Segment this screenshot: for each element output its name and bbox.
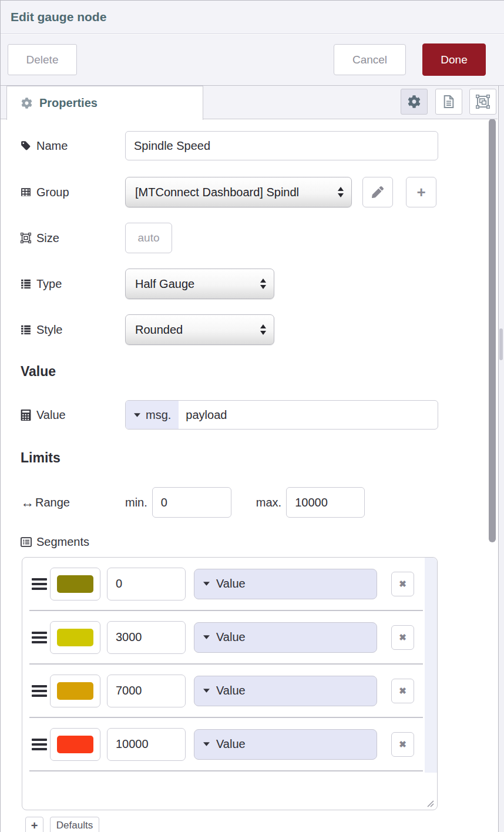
delete-button[interactable]: Delete <box>8 44 77 75</box>
range-label: Range <box>35 496 70 509</box>
segment-color-swatch <box>57 629 93 646</box>
tab-properties-label: Properties <box>39 96 98 110</box>
segment-color-button[interactable] <box>50 675 100 707</box>
x-icon: ✖ <box>399 632 406 643</box>
outer-scrollbar-thumb[interactable] <box>499 328 503 360</box>
segment-type-select[interactable]: Value <box>194 729 377 760</box>
value-property-input[interactable]: payload <box>179 401 438 429</box>
add-group-button[interactable]: + <box>406 177 436 207</box>
segment-row: Value ✖ <box>29 718 423 771</box>
size-row: Size auto <box>21 223 172 253</box>
limits-section-heading: Limits <box>21 450 61 466</box>
name-input[interactable] <box>125 131 438 160</box>
remove-segment-button[interactable]: ✖ <box>391 572 414 596</box>
type-select-value: Half Gauge <box>135 277 260 291</box>
tab-bar: Properties <box>1 86 498 119</box>
segment-color-button[interactable] <box>50 728 100 761</box>
remove-segment-button[interactable]: ✖ <box>391 732 414 757</box>
arrows-horizontal-icon: ↔ <box>21 496 34 509</box>
type-row: Type Half Gauge <box>21 269 274 299</box>
name-row: Name <box>21 131 438 160</box>
segments-list: Value ✖ Value ✖ <box>22 557 438 810</box>
cancel-button[interactable]: Cancel <box>334 44 406 75</box>
max-label: max. <box>256 496 281 509</box>
segment-color-button[interactable] <box>50 621 100 654</box>
x-icon: ✖ <box>399 686 406 696</box>
segments-actions: + Defaults <box>25 817 99 832</box>
table-icon <box>21 187 31 197</box>
resize-handle-icon[interactable] <box>426 800 435 808</box>
segments-label-row: Segments <box>21 533 125 551</box>
done-button[interactable]: Done <box>422 43 486 76</box>
list-icon <box>21 324 31 335</box>
action-bar: Delete Cancel Done <box>1 35 504 86</box>
segment-color-button[interactable] <box>50 568 100 600</box>
segment-row: Value ✖ <box>29 611 423 665</box>
x-icon: ✖ <box>399 579 406 589</box>
tab-properties[interactable]: Properties <box>6 86 203 120</box>
min-label: min. <box>125 496 147 509</box>
gear-icon <box>408 95 421 108</box>
properties-panel: Name Group [MTConnect Dashboard] Spindl … <box>1 120 498 832</box>
style-select[interactable]: Rounded <box>125 314 274 345</box>
segment-color-swatch <box>57 575 93 593</box>
range-min-input[interactable] <box>152 487 231 518</box>
file-text-icon <box>442 95 455 109</box>
select-arrows-icon <box>260 278 267 290</box>
remove-segment-button[interactable]: ✖ <box>391 679 414 703</box>
plus-icon: + <box>31 819 38 832</box>
value-section-heading: Value <box>21 364 56 380</box>
gear-icon <box>21 98 32 109</box>
list-icon <box>21 279 31 289</box>
type-select[interactable]: Half Gauge <box>125 269 274 299</box>
pencil-icon <box>372 186 384 198</box>
drag-handle-icon[interactable] <box>32 739 47 750</box>
name-label: Name <box>36 139 68 153</box>
drag-handle-icon[interactable] <box>32 685 47 697</box>
outer-scrollbar-track[interactable] <box>498 86 504 832</box>
value-label: Value <box>36 408 66 422</box>
description-panel-button[interactable] <box>435 89 462 115</box>
object-size-icon <box>21 233 31 243</box>
group-select-value: [MTConnect Dashboard] Spindl <box>135 186 337 199</box>
value-typed-input[interactable]: msg. payload <box>125 400 438 430</box>
scrollbar-thumb[interactable] <box>489 119 496 542</box>
style-select-value: Rounded <box>135 323 260 337</box>
range-max-input[interactable] <box>286 487 365 518</box>
value-type-button[interactable]: msg. <box>126 401 179 429</box>
size-label: Size <box>36 232 59 245</box>
segments-label: Segments <box>36 535 89 549</box>
add-segment-button[interactable]: + <box>25 817 43 832</box>
segment-value-input[interactable] <box>107 728 186 761</box>
segment-type-select[interactable]: Value <box>194 676 377 706</box>
segment-row: Value ✖ <box>29 558 423 611</box>
properties-panel-button[interactable] <box>401 89 428 115</box>
edit-group-button[interactable] <box>362 177 393 207</box>
select-arrows-icon <box>337 186 344 198</box>
drag-handle-icon[interactable] <box>32 578 47 590</box>
value-prefix-label: msg. <box>146 408 171 422</box>
caret-down-icon <box>203 689 210 693</box>
segment-color-swatch <box>57 736 93 753</box>
caret-down-icon <box>203 635 210 639</box>
group-row: Group [MTConnect Dashboard] Spindl + <box>21 177 436 207</box>
group-select[interactable]: [MTConnect Dashboard] Spindl <box>125 177 352 207</box>
segment-type-select[interactable]: Value <box>194 569 377 599</box>
segment-value-input[interactable] <box>107 621 186 654</box>
remove-segment-button[interactable]: ✖ <box>391 625 414 650</box>
group-label: Group <box>36 186 69 199</box>
size-auto-button[interactable]: auto <box>125 223 172 253</box>
defaults-button[interactable]: Defaults <box>50 817 99 832</box>
value-row: Value msg. payload <box>21 400 438 430</box>
appearance-panel-button[interactable] <box>469 89 496 115</box>
list-alt-icon <box>21 537 32 547</box>
segment-type-select[interactable]: Value <box>194 622 377 653</box>
dialog-header: Edit gauge node <box>1 1 504 34</box>
segment-value-input[interactable] <box>107 568 186 600</box>
caret-down-icon <box>203 582 210 586</box>
range-row: ↔ Range min. max. <box>21 487 365 518</box>
drag-handle-icon[interactable] <box>32 632 47 643</box>
segment-value-input[interactable] <box>107 675 186 707</box>
x-icon: ✖ <box>399 739 406 750</box>
segments-scrollbar-track[interactable] <box>425 558 437 773</box>
